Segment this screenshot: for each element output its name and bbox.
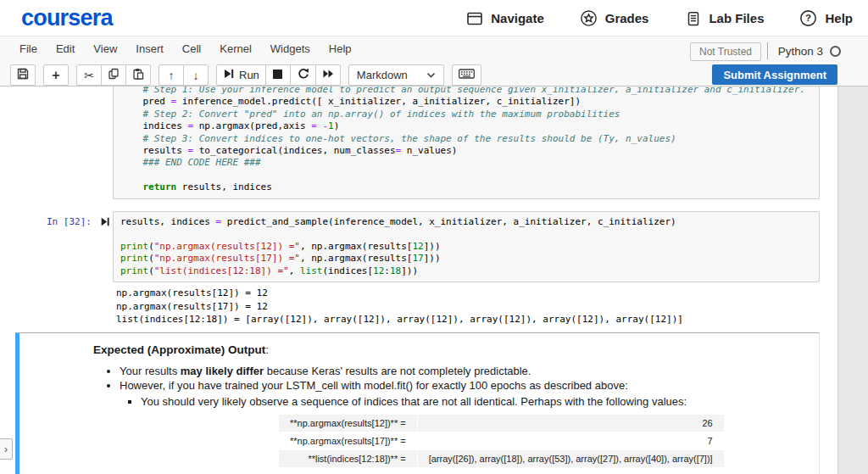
move-group: ↑ ↓ bbox=[159, 64, 209, 86]
menu-file[interactable]: File bbox=[10, 37, 47, 60]
copy-button[interactable] bbox=[101, 64, 126, 86]
notebook-chrome: File Edit View Insert Cell Kernel Widget… bbox=[0, 36, 868, 86]
run-cell-icon bbox=[100, 215, 110, 231]
table-label: **list(indices[12:18])** = bbox=[279, 450, 418, 468]
markdown-rendered-content: Expected (Approximate) Output: Your resu… bbox=[93, 333, 819, 468]
nav-item-grades[interactable]: Grades bbox=[580, 9, 649, 27]
menu-edit[interactable]: Edit bbox=[47, 37, 84, 60]
help-icon: ? bbox=[799, 9, 817, 27]
bullet1-pre: Your results bbox=[120, 365, 181, 377]
notebook-content: # Step 1: Use your inference model to pr… bbox=[0, 86, 837, 474]
chevron-down-icon bbox=[426, 69, 436, 81]
heading-bold: Expected (Approximate) Output bbox=[93, 343, 265, 356]
fast-forward-icon bbox=[322, 68, 334, 82]
run-group: Run bbox=[216, 64, 341, 86]
expected-values-table: **np.argmax(results[12])** = 26 **np.arg… bbox=[278, 414, 725, 468]
save-icon bbox=[17, 68, 29, 82]
arrow-up-icon: ↑ bbox=[169, 70, 175, 81]
kernel-separator bbox=[767, 42, 768, 59]
nav-item-navigate[interactable]: Navigate bbox=[466, 10, 544, 27]
selected-cell-indicator bbox=[15, 333, 19, 474]
move-down-button[interactable]: ↓ bbox=[183, 64, 209, 86]
menu-view[interactable]: View bbox=[84, 37, 126, 60]
interrupt-kernel-button[interactable] bbox=[265, 64, 291, 86]
refresh-icon bbox=[297, 68, 309, 82]
nav-label: Grades bbox=[605, 11, 649, 25]
nav-item-help[interactable]: ? Help bbox=[799, 9, 853, 27]
nav-label: Navigate bbox=[491, 11, 544, 25]
kernel-idle-icon bbox=[830, 46, 841, 57]
restart-kernel-button[interactable] bbox=[290, 64, 316, 86]
paste-button[interactable] bbox=[125, 64, 151, 86]
page: coursera Navigate Grades Lab Files ? Hel… bbox=[0, 0, 868, 474]
menu-help[interactable]: Help bbox=[320, 37, 361, 60]
navigate-icon bbox=[466, 10, 483, 27]
menu-cell[interactable]: Cell bbox=[173, 37, 210, 60]
nav-label: Help bbox=[825, 11, 853, 25]
input-prompt: In [32]: bbox=[47, 216, 92, 227]
run-label: Run bbox=[239, 69, 259, 81]
scissors-icon: ✂ bbox=[84, 70, 94, 81]
kernel-name: Python 3 bbox=[778, 45, 823, 58]
panel-expander-button[interactable]: › bbox=[0, 438, 13, 460]
bullet1-bold: may likely differ bbox=[181, 365, 264, 377]
bullet-results-differ: Your results may likely differ because K… bbox=[120, 364, 819, 378]
table-row: **np.argmax(results[17])** = 7 bbox=[279, 432, 725, 450]
kernel-area: Python 3 bbox=[767, 42, 841, 59]
nav-item-lab-files[interactable]: Lab Files bbox=[684, 10, 764, 27]
submit-assignment-button[interactable]: Submit Assignment bbox=[712, 64, 837, 85]
bullet1-post: because Keras' results are not completel… bbox=[264, 365, 531, 377]
code-cell-32: In [32]: results, indices = predict_and_… bbox=[0, 211, 837, 282]
code-editor-exec-cell[interactable]: results, indices = predict_and_sample(in… bbox=[113, 211, 820, 282]
bullet-observe-sequence: You should very likely observe a sequenc… bbox=[141, 394, 819, 409]
code-editor-function-cell[interactable]: # Step 1: Use your inference model to pr… bbox=[113, 86, 820, 199]
clipboard-group: ✂ bbox=[76, 64, 151, 86]
save-button[interactable] bbox=[10, 64, 36, 86]
table-value: 7 bbox=[417, 432, 724, 450]
paste-icon bbox=[132, 68, 144, 82]
top-nav: Navigate Grades Lab Files ? Help bbox=[466, 0, 853, 36]
cell-output-text: np.argmax(results[12]) = 12 np.argmax(re… bbox=[116, 287, 683, 326]
restart-run-all-button[interactable] bbox=[315, 64, 341, 86]
coursera-logo[interactable]: coursera bbox=[21, 5, 113, 31]
cut-button[interactable]: ✂ bbox=[76, 64, 102, 86]
table-row: **list(indices[12:18])** = [array([26]),… bbox=[279, 450, 725, 468]
menu-kernel[interactable]: Kernel bbox=[210, 37, 261, 60]
markdown-cell-expected-output[interactable]: Expected (Approximate) Output: Your resu… bbox=[15, 332, 820, 474]
expected-output-heading: Expected (Approximate) Output: bbox=[93, 343, 819, 356]
bullet-trained-100-epochs: However, if you have trained your LSTM_c… bbox=[120, 378, 819, 393]
trust-status[interactable]: Not Trusted bbox=[690, 42, 761, 61]
keyboard-icon bbox=[459, 68, 475, 82]
move-up-button[interactable]: ↑ bbox=[159, 64, 184, 86]
heading-colon: : bbox=[265, 343, 269, 356]
step-forward-icon bbox=[223, 68, 235, 82]
nav-label: Lab Files bbox=[709, 11, 764, 25]
menu-widgets[interactable]: Widgets bbox=[261, 37, 320, 60]
stop-icon bbox=[272, 69, 283, 82]
table-row: **np.argmax(results[12])** = 26 bbox=[279, 415, 725, 432]
table-value: [array([26]), array([18]), array([53]), … bbox=[417, 450, 724, 468]
scroll-gutter bbox=[837, 86, 868, 474]
menu-insert[interactable]: Insert bbox=[126, 37, 173, 60]
cell-type-value: Markdown bbox=[357, 69, 408, 81]
bullet-list: Your results may likely differ because K… bbox=[93, 364, 819, 409]
run-button[interactable]: Run bbox=[216, 64, 266, 86]
plus-icon: + bbox=[52, 69, 59, 82]
nested-bullet-list: You should very likely observe a sequenc… bbox=[120, 394, 819, 409]
add-cell-button[interactable]: + bbox=[43, 64, 69, 86]
grades-star-icon bbox=[580, 9, 598, 27]
lab-files-icon bbox=[684, 10, 701, 27]
command-palette-button[interactable] bbox=[452, 64, 481, 86]
table-value: 26 bbox=[417, 415, 724, 432]
arrow-down-icon: ↓ bbox=[193, 70, 199, 81]
cell-type-dropdown[interactable]: Markdown bbox=[348, 64, 444, 86]
table-label: **np.argmax(results[12])** = bbox=[279, 415, 418, 432]
table-label: **np.argmax(results[17])** = bbox=[279, 432, 418, 450]
copy-icon bbox=[108, 68, 120, 82]
coursera-header: coursera Navigate Grades Lab Files ? Hel… bbox=[0, 0, 868, 36]
svg-text:?: ? bbox=[805, 13, 811, 23]
